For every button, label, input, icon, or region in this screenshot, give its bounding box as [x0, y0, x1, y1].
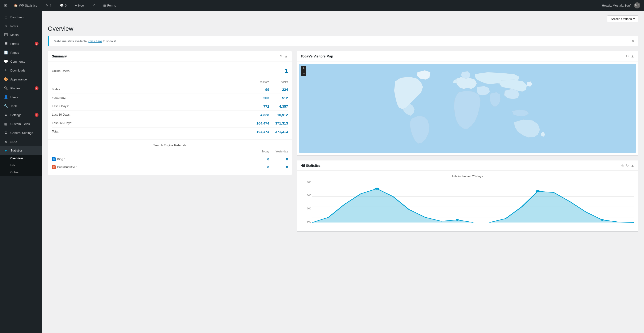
dashboard-grid: Summary ↻ ▲ Online Users: 1 — [48, 51, 638, 232]
sidebar-item-users[interactable]: 👤 Users — [0, 93, 42, 101]
left-column: Summary ↻ ▲ Online Users: 1 — [48, 51, 292, 232]
submenu-item-hits[interactable]: Hits — [0, 162, 42, 169]
notice-close-button[interactable]: ✕ — [632, 39, 634, 43]
summary-collapse-button[interactable]: ▲ — [284, 54, 288, 58]
submenu-label-hits: Hits — [10, 164, 15, 167]
svg-point-5 — [374, 188, 379, 190]
hit-stats-collapse-button[interactable]: ▲ — [630, 163, 634, 168]
sidebar-label-pages: Pages — [10, 51, 19, 54]
visits-col-header: Visits — [269, 80, 288, 84]
summary-row-365days: Last 365 Days: 104,474 371,313 — [52, 119, 288, 128]
sidebar-item-pages[interactable]: 📄 Pages — [0, 48, 42, 57]
online-users-row: Online Users: 1 — [52, 65, 288, 78]
map-body: + − — [297, 61, 638, 155]
sidebar-label-comments: Comments — [10, 60, 25, 63]
map-zoom-out-button[interactable]: − — [301, 71, 306, 76]
screen-options-button[interactable]: Screen Options ▾ — [607, 15, 638, 22]
map-zoom-in-button[interactable]: + — [301, 66, 306, 71]
user-avatar[interactable]: MS — [634, 2, 640, 8]
updates-link[interactable]: ↻ 4 — [44, 3, 53, 8]
media-icon: 🎞 — [4, 33, 8, 37]
summary-row-total: Total: 104,474 371,313 — [52, 128, 288, 136]
sidebar-label-appearance: Appearance — [10, 78, 27, 81]
sidebar-item-comments[interactable]: 💬 Comments — [0, 57, 42, 66]
adminbar-right: Howdy, Mostafa Soufi MS — [602, 2, 640, 8]
yoast-icon[interactable]: Y — [91, 3, 97, 8]
hit-stats-title: Hit Statistics — [301, 164, 320, 167]
updates-icon: ↻ — [46, 4, 48, 7]
submenu-item-online[interactable]: Online — [0, 169, 42, 176]
plus-icon: + — [75, 4, 77, 7]
settings-badge: 1 — [35, 113, 38, 117]
admin-bar: ⊛ 🏠 WP-Statistics ↻ 4 💬 0 + New Y ⊡ Form… — [0, 0, 644, 11]
sidebar-item-general-settings[interactable]: ⚙ General Settings — [0, 128, 42, 137]
downloads-icon: ⬇ — [4, 68, 8, 72]
forms-link[interactable]: ⊡ Forms — [102, 3, 118, 8]
sidebar-label-settings: Settings — [10, 113, 21, 117]
sidebar-item-plugins[interactable]: 🔌 Plugins 4 — [0, 84, 42, 93]
map-refresh-button[interactable]: ↻ — [626, 54, 629, 58]
forms-badge: 1 — [35, 42, 38, 45]
howdy-text: Howdy, Mostafa Soufi — [602, 4, 631, 7]
sidebar-item-media[interactable]: 🎞 Media — [0, 30, 42, 39]
page-title: Overview — [48, 25, 638, 32]
posts-icon: ✎ — [4, 24, 8, 28]
referrals-today-header: Today — [250, 150, 269, 153]
sidebar-label-dashboard: Dashboard — [10, 15, 25, 19]
map-zoom-controls: + − — [301, 66, 306, 76]
seo-icon: ◈ — [4, 140, 8, 144]
referrals-title: Search Engine Referrals — [52, 144, 288, 147]
sidebar-label-custom-fields: Custom Fields — [10, 122, 30, 126]
sidebar-item-posts[interactable]: ✎ Posts — [0, 21, 42, 30]
notice-text: Real-Time stats available! Click here to… — [52, 39, 117, 43]
referrals-col-headers: Today Yesterday — [52, 149, 288, 154]
sidebar-label-media: Media — [10, 33, 18, 36]
sidebar-label-general-settings: General Settings — [10, 131, 33, 135]
pages-icon: 📄 — [4, 50, 8, 55]
right-column: Today's Visitors Map ↻ ▲ + − — [297, 51, 638, 232]
sidebar-item-downloads[interactable]: ⬇ Downloads — [0, 66, 42, 75]
submenu-item-overview[interactable]: Overview — [0, 155, 42, 162]
sidebar-item-custom-fields[interactable]: ▦ Custom Fields — [0, 119, 42, 128]
bing-icon: B — [52, 157, 56, 161]
submenu-label-overview: Overview — [10, 157, 23, 160]
settings-icon: ⚙ — [4, 113, 8, 117]
ddg-engine: D DuckDuckGo : — [52, 165, 250, 169]
summary-row-30days: Last 30 Days: 4,828 15,912 — [52, 111, 288, 119]
chart-title: Hits in the last 20 days — [301, 174, 634, 178]
sidebar-label-plugins: Plugins — [10, 86, 20, 90]
comments-link[interactable]: 💬 0 — [58, 3, 68, 8]
click-here-link[interactable]: Click here — [88, 39, 102, 43]
map-widget-actions: ↻ ▲ — [626, 54, 634, 58]
referrals-section: Search Engine Referrals Today Yesterday … — [48, 140, 292, 175]
sidebar-item-statistics[interactable]: ● Statistics — [0, 146, 42, 155]
hit-stats-body: Hits in the last 20 days 900 800 700 600 — [297, 171, 638, 232]
hit-stats-export-button[interactable]: ⎋ — [622, 163, 624, 168]
sidebar-item-forms[interactable]: ☰ Forms 1 — [0, 39, 42, 48]
appearance-icon: 🎨 — [4, 77, 8, 81]
sidebar-label-statistics: Statistics — [10, 149, 22, 152]
new-content-button[interactable]: + New — [73, 3, 86, 8]
map-collapse-button[interactable]: ▲ — [630, 54, 634, 58]
site-name-link[interactable]: 🏠 WP-Statistics — [12, 3, 39, 8]
sidebar-label-tools: Tools — [10, 104, 17, 108]
referral-row-bing: B Bing : 0 0 — [52, 155, 288, 163]
users-icon: 👤 — [4, 95, 8, 99]
visitors-col-header: Visitors — [250, 80, 269, 84]
sidebar-item-settings[interactable]: ⚙ Settings 1 — [0, 110, 42, 119]
hit-stats-chart — [312, 181, 634, 228]
sidebar-item-tools[interactable]: 🔧 Tools — [0, 101, 42, 110]
summary-body: Online Users: 1 Visitors Visits Today: — [48, 61, 292, 140]
svg-point-7 — [456, 219, 459, 221]
sidebar-item-appearance[interactable]: 🎨 Appearance — [0, 75, 42, 84]
sidebar-item-seo[interactable]: ◈ SEO — [0, 137, 42, 146]
screen-options-label: Screen Options — [611, 17, 632, 21]
hit-stats-refresh-button[interactable]: ↻ — [626, 163, 629, 168]
sidebar: ⊞ Dashboard ✎ Posts 🎞 Media ☰ Forms 1 📄 … — [0, 11, 42, 333]
main-content: Screen Options ▾ Overview Real-Time stat… — [42, 11, 644, 333]
home-icon: 🏠 — [14, 4, 18, 7]
summary-widget-header: Summary ↻ ▲ — [48, 51, 292, 61]
sidebar-item-dashboard[interactable]: ⊞ Dashboard — [0, 13, 42, 21]
wp-logo-icon[interactable]: ⊛ — [4, 3, 7, 8]
summary-refresh-button[interactable]: ↻ — [279, 54, 282, 58]
